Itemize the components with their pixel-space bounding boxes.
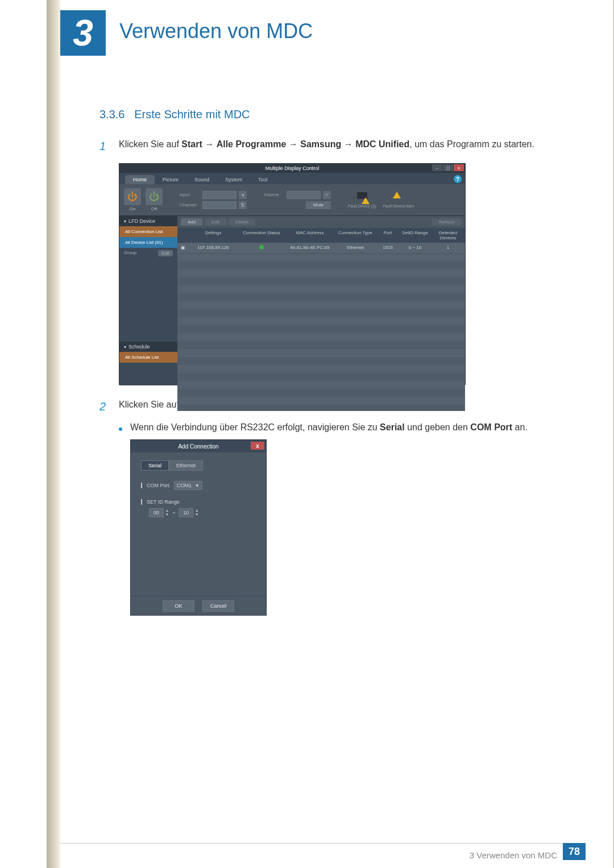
col-port[interactable]: Port <box>376 228 399 243</box>
com-port-label: COM Port <box>147 483 169 488</box>
help-icon[interactable]: ? <box>454 175 462 183</box>
com-port-field: COM Port COM1 ▼ <box>141 481 256 490</box>
com-port-select[interactable]: COM1 ▼ <box>174 481 202 490</box>
chapter-number: 3 <box>73 12 93 54</box>
sidebar-item-all-schedule[interactable]: All Schedule List <box>119 352 177 363</box>
sidebar-section-lfd[interactable]: LFD Device <box>119 216 177 226</box>
col-connection-status[interactable]: Connection Status <box>238 228 285 243</box>
volume-plus-icon[interactable]: + <box>323 191 331 199</box>
range-tilde: ~ <box>172 510 175 516</box>
setid-range-label: SET ID Range <box>147 499 180 505</box>
field-marker-icon <box>141 483 142 488</box>
mdc-ribbon: ⏻ On ⏻ Off Input ▾ Channel <box>119 184 465 216</box>
col-detected[interactable]: Detected Devices <box>431 228 465 243</box>
dialog-title: Add Connection <box>178 443 218 450</box>
power-off-icon: ⏻ <box>149 191 159 203</box>
warning-icon <box>362 197 370 204</box>
table-row[interactable]: ▣ 107.108.89.126 40-61-86-4E-FC-65 Ether… <box>177 243 465 254</box>
grid-header-row: Settings Connection Status MAC Address C… <box>177 228 465 243</box>
section-heading: 3.3.6 Erste Schritte mit MDC <box>99 108 543 121</box>
mute-button[interactable]: Mute <box>306 201 331 209</box>
refresh-button[interactable]: Refresh <box>432 218 462 226</box>
power-on-icon: ⏻ <box>127 191 138 203</box>
step-1-text: Klicken Sie auf Start → Alle Programme →… <box>119 137 534 155</box>
input-label: Input <box>180 192 200 197</box>
cell-detected: 1 <box>431 243 465 253</box>
grid-empty-rows <box>177 254 465 411</box>
input-dropdown-icon[interactable]: ▾ <box>239 191 247 199</box>
step-1-number: 1 <box>99 137 110 155</box>
col-connection-type[interactable]: Connection Type <box>334 228 376 243</box>
sidebar-group-edit-button[interactable]: Edit <box>158 250 173 256</box>
row-checkbox[interactable]: ▣ <box>177 243 189 253</box>
cancel-button[interactable]: Cancel <box>202 600 234 612</box>
tab-sound[interactable]: Sound <box>186 175 217 184</box>
dialog-tab-serial[interactable]: Serial <box>141 460 169 471</box>
chapter-title: Verwenden von MDC <box>119 19 313 43</box>
dialog-titlebar: Add Connection x <box>131 440 266 452</box>
volume-label: Volume <box>264 192 284 197</box>
setid-from-stepper[interactable]: 00 ▲▼ <box>149 508 169 517</box>
power-off-button[interactable]: ⏻ <box>146 188 163 205</box>
tab-picture[interactable]: Picture <box>155 175 186 184</box>
step-2-number: 2 <box>99 397 110 416</box>
power-on-label: On <box>130 206 136 211</box>
cell-mac: 40-61-86-4E-FC-65 <box>285 243 334 253</box>
channel-select[interactable] <box>202 201 237 209</box>
bullet-text: Wenn die Verbindung über RS232C erfolgt,… <box>130 422 528 433</box>
fault-alert-label: Fault Device Alert <box>383 204 414 209</box>
cell-conn-type: Ethernet <box>334 243 376 253</box>
mdc-actionbar: Add Edit Delete Refresh <box>177 216 465 228</box>
warning-triangle-icon <box>393 192 401 198</box>
fault-alert-icon[interactable] <box>393 192 404 203</box>
power-on-button[interactable]: ⏻ <box>124 188 141 205</box>
edit-button[interactable]: Edit <box>205 218 226 226</box>
section-title-text: Erste Schritte mit MDC <box>134 108 250 121</box>
dialog-tabs: Serial Ethernet <box>141 460 256 471</box>
window-maximize-button[interactable]: ◻ <box>443 164 453 171</box>
dialog-tab-ethernet[interactable]: Ethernet <box>169 460 203 471</box>
setid-from-value: 00 <box>149 508 164 517</box>
fault-device-icon[interactable] <box>356 192 368 203</box>
footer-chapter-text: 3 Verwenden von MDC <box>470 850 557 860</box>
volume-input[interactable] <box>287 191 321 199</box>
mdc-tabs: Home Picture Sound System Tool <box>119 173 465 184</box>
col-setid-range[interactable]: SetID Range <box>399 228 431 243</box>
cell-settings: 107.108.89.126 <box>189 243 238 253</box>
channel-stepper-icon[interactable]: ⇅ <box>239 201 247 209</box>
sidebar-item-all-device[interactable]: All Device List (01) <box>119 237 177 248</box>
col-settings[interactable]: Settings <box>189 228 238 243</box>
sidebar-item-all-connection[interactable]: All Connection List <box>119 226 177 237</box>
dialog-close-button[interactable]: x <box>251 442 264 450</box>
input-select[interactable] <box>202 191 237 199</box>
window-minimize-button[interactable]: – <box>432 164 442 171</box>
ok-button[interactable]: OK <box>163 600 194 612</box>
setid-to-value: 10 <box>179 508 193 517</box>
tab-tool[interactable]: Tool <box>250 175 276 184</box>
cell-setid: 0 ~ 10 <box>399 243 431 253</box>
section-number: 3.3.6 <box>99 108 125 121</box>
page-side-tab <box>47 0 60 868</box>
step-1: 1 Klicken Sie auf Start → Alle Programme… <box>99 137 543 155</box>
cell-port: 1515 <box>376 243 399 253</box>
sidebar-group-label: Group <box>124 250 136 256</box>
delete-button[interactable]: Delete <box>229 218 255 226</box>
sidebar-section-schedule[interactable]: Schedule <box>119 342 177 352</box>
page-number: 78 <box>563 843 586 860</box>
tab-system[interactable]: System <box>217 175 250 184</box>
setid-to-stepper[interactable]: 10 ▲▼ <box>179 508 198 517</box>
col-mac[interactable]: MAC Address <box>285 228 334 243</box>
stepper-arrows-icon: ▲▼ <box>195 509 198 517</box>
status-online-icon <box>259 245 264 250</box>
tab-home[interactable]: Home <box>125 175 155 184</box>
window-close-button[interactable]: x <box>454 164 464 171</box>
fault-device-label: Fault Device (0) <box>348 204 376 209</box>
sidebar-group-row: Group Edit <box>119 248 177 259</box>
add-button[interactable]: Add <box>181 218 202 226</box>
step-2-bullet: Wenn die Verbindung über RS232C erfolgt,… <box>119 422 543 433</box>
power-off-label: Off <box>151 206 157 211</box>
com-port-value: COM1 <box>177 483 192 488</box>
mdc-main-window: Multiple Display Control – ◻ x ? Home Pi… <box>119 163 466 385</box>
chapter-number-box: 3 <box>60 10 106 56</box>
mdc-titlebar: Multiple Display Control – ◻ x <box>119 164 465 173</box>
